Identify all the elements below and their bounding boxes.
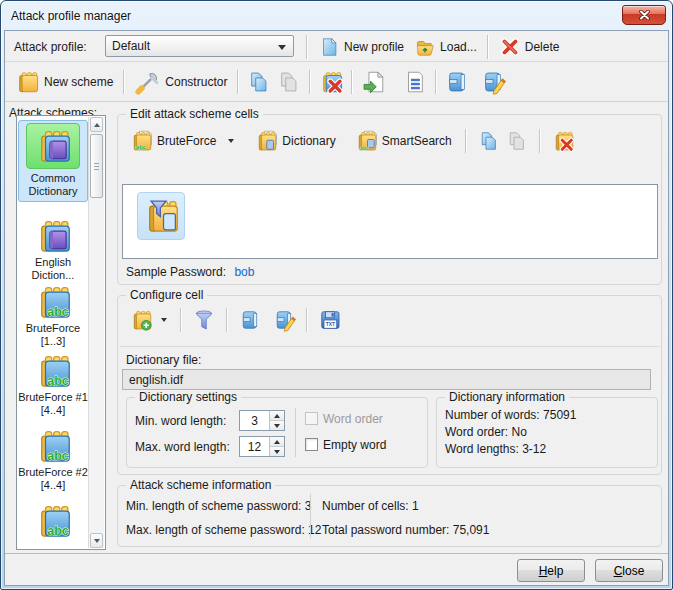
new-scheme-button[interactable]: New scheme — [9, 67, 118, 97]
edit-dictionary-button[interactable] — [270, 306, 298, 334]
copy-icon — [477, 129, 501, 153]
copy-icon — [246, 69, 272, 95]
min-word-length-label: Min. word length: — [135, 414, 226, 428]
max-word-length-label: Max. word length: — [135, 440, 230, 454]
copy-scheme-button[interactable] — [244, 67, 274, 97]
paste-scheme-button[interactable] — [274, 67, 304, 97]
word-lengths-text: Word lengths: 3-12 — [445, 442, 546, 456]
delete-cell-folder-x-icon — [551, 129, 575, 153]
stepper-buttons[interactable] — [269, 437, 284, 456]
toolbar-separator — [435, 70, 437, 94]
delete-profile-button[interactable]: Delete — [494, 34, 565, 60]
list-item-clipped[interactable] — [18, 501, 88, 541]
add-dictionary-cell-button[interactable]: Dictionary — [249, 127, 340, 155]
edit-scheme-button[interactable] — [478, 67, 508, 97]
total-password-number-text: Total password number: 75,091 — [322, 523, 489, 537]
floppy-save-txt-icon — [318, 308, 342, 332]
sample-password-row: Sample Password: bob — [126, 265, 254, 279]
view-dictionary-button[interactable] — [236, 306, 264, 334]
stepper-buttons[interactable] — [269, 411, 284, 430]
arrow-down-icon — [94, 539, 100, 543]
min-word-length-stepper[interactable]: 3 — [239, 410, 285, 431]
delete-scheme-folder-x-icon — [318, 69, 344, 95]
scheme-information-title: Attack scheme information — [126, 478, 275, 492]
dictionary-information-group: Dictionary information Number of words: … — [436, 397, 658, 468]
add-dictionary-file-button[interactable] — [124, 306, 172, 334]
copy-cell-button[interactable] — [475, 127, 503, 155]
new-profile-icon — [318, 36, 340, 58]
footer-divider — [5, 553, 668, 554]
bruteforce-cell-icon — [129, 129, 153, 153]
titlebar[interactable]: Attack profile manager — [1, 1, 672, 30]
attack-profile-select[interactable]: Default — [105, 35, 294, 57]
close-window-button[interactable] — [622, 5, 666, 25]
edit-book-pencil-icon — [480, 69, 506, 95]
toolbar-separator — [309, 70, 311, 94]
close-button[interactable]: Close — [595, 559, 663, 582]
scheme-information-group: Attack scheme information Min. length of… — [117, 485, 662, 547]
attack-schemes-list[interactable]: Common Dictionary English Diction... Bru… — [16, 115, 106, 550]
delete-cell-button[interactable] — [549, 127, 577, 155]
view-scheme-button[interactable] — [442, 67, 472, 97]
abc-folder-icon — [33, 351, 73, 391]
arrow-down-icon — [274, 424, 280, 428]
empty-word-checkbox[interactable] — [305, 438, 318, 451]
max-word-length-value: 12 — [240, 437, 269, 456]
list-scrollbar[interactable] — [88, 117, 104, 548]
empty-word-checkbox-row[interactable]: Empty word — [305, 438, 386, 452]
dictionary-information-title: Dictionary information — [445, 390, 569, 404]
arrow-up-icon — [274, 414, 280, 418]
toolbar-separator — [539, 129, 541, 153]
close-icon — [638, 10, 651, 20]
list-item-bruteforce-num2[interactable]: BruteForce #2 [4..4] — [18, 426, 88, 492]
stepper-up-button[interactable] — [270, 437, 284, 447]
dictionary-settings-group: Dictionary settings Min. word length: 3 … — [126, 397, 428, 468]
number-of-words-text: Number of words: 75091 — [445, 408, 576, 422]
constructor-tools-icon — [135, 69, 161, 95]
attack-profile-manager-window: Attack profile manager Attack profile: D… — [0, 0, 673, 590]
divider — [310, 494, 311, 538]
list-item-common-dictionary[interactable]: Common Dictionary — [18, 120, 88, 202]
scrollbar-thumb[interactable] — [90, 134, 103, 198]
list-item-bruteforce-1-3[interactable]: BruteForce [1..3] — [18, 282, 88, 348]
edit-cells-title: Edit attack scheme cells — [126, 107, 263, 121]
stepper-down-button[interactable] — [270, 447, 284, 456]
list-item-english-dictionary[interactable]: English Diction... — [18, 216, 88, 282]
constructor-button[interactable]: Constructor — [130, 67, 232, 97]
cell-item-dictionary[interactable] — [137, 192, 185, 240]
paste-disabled-icon — [505, 129, 529, 153]
dictionary-file-field[interactable]: english.idf — [122, 369, 651, 390]
toolbar-separator — [351, 70, 353, 94]
stepper-up-button[interactable] — [270, 411, 284, 421]
save-as-txt-button[interactable] — [316, 306, 344, 334]
add-smartsearch-cell-button[interactable]: SmartSearch — [349, 127, 457, 155]
add-bruteforce-cell-button[interactable]: BruteForce — [124, 127, 239, 155]
list-item-bruteforce-num1[interactable]: BruteForce #1 [4..4] — [18, 351, 88, 417]
toolbar-separator — [306, 35, 308, 59]
paste-cell-button[interactable] — [503, 127, 531, 155]
add-folder-plus-icon — [129, 308, 153, 332]
chevron-down-icon — [228, 139, 234, 143]
max-word-length-stepper[interactable]: 12 — [239, 436, 285, 457]
abc-folder-icon — [33, 282, 73, 322]
filter-button[interactable] — [190, 306, 218, 334]
scheme-cells-canvas[interactable] — [122, 184, 658, 259]
stepper-down-button[interactable] — [270, 421, 284, 430]
toolbar-separator — [180, 308, 182, 332]
help-button[interactable]: Help — [517, 559, 585, 582]
selected-green-highlight — [26, 123, 80, 169]
load-profile-button[interactable]: Load... — [409, 34, 482, 60]
report-button[interactable] — [400, 67, 430, 97]
scroll-up-button[interactable] — [90, 117, 103, 132]
attack-profile-bar: Attack profile: Default New profile Load… — [5, 31, 668, 62]
delete-scheme-button[interactable] — [316, 67, 346, 97]
dictionary-file-value: english.idf — [129, 373, 183, 387]
new-profile-button[interactable]: New profile — [313, 34, 409, 60]
attack-profile-value: Default — [106, 39, 150, 53]
report-page-icon — [402, 69, 428, 95]
import-scheme-button[interactable] — [358, 67, 388, 97]
divider — [295, 408, 296, 457]
arrow-up-icon — [94, 123, 100, 127]
toolbar-separator — [465, 129, 467, 153]
scroll-down-button[interactable] — [90, 533, 103, 548]
